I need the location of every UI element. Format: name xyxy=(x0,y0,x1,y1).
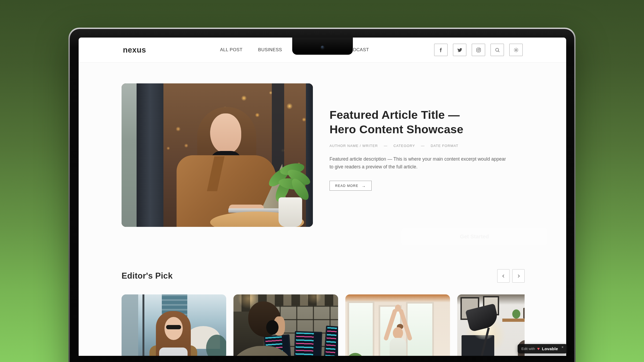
meta-category[interactable]: CATEGORY xyxy=(393,144,415,148)
editors-pick-section: Editor's Pick xyxy=(122,269,525,356)
featured-article-text: Featured Article Title — Hero Content Sh… xyxy=(313,83,508,227)
read-more-button[interactable]: READ MORE → xyxy=(330,181,372,191)
headphones xyxy=(266,320,279,335)
read-more-label: READ MORE xyxy=(335,184,358,188)
close-icon[interactable]: × xyxy=(562,345,564,349)
twitter-icon xyxy=(457,47,463,53)
featured-article-image[interactable] xyxy=(122,83,313,227)
theme-toggle-sun-icon xyxy=(513,47,519,53)
meta-author[interactable]: AUTHOR NAME / WRITER xyxy=(330,144,378,148)
featured-article-description: Featured article description — This is w… xyxy=(330,155,508,171)
webcam-icon xyxy=(321,46,324,49)
theme-toggle-button[interactable] xyxy=(509,44,523,56)
instagram-button[interactable] xyxy=(472,44,485,56)
editors-pick-card-home-office[interactable] xyxy=(457,294,525,356)
arrow-right-icon: → xyxy=(362,183,366,188)
editors-pick-card-fashion[interactable] xyxy=(122,294,226,356)
laptop-bezel: nexus ALL POST BUSINESS TECHNOLOGY PODCA… xyxy=(70,29,574,362)
meta-separator: — xyxy=(421,144,425,148)
lovable-badge[interactable]: Edit with ♥ Lovable × xyxy=(518,344,567,353)
editors-pick-card-developer[interactable] xyxy=(233,294,338,356)
sunglasses xyxy=(166,325,181,329)
editors-pick-carousel xyxy=(122,294,525,356)
site-main: Get Started xyxy=(79,62,566,356)
site-logo[interactable]: nexus xyxy=(123,46,146,54)
laptop-screen: nexus ALL POST BUSINESS TECHNOLOGY PODCA… xyxy=(79,38,566,356)
lovable-badge-prefix: Edit with xyxy=(521,347,535,351)
facebook-icon xyxy=(438,47,444,53)
header-social-buttons xyxy=(434,44,523,56)
editors-pick-heading: Editor's Pick xyxy=(122,271,173,281)
plant-pot xyxy=(279,197,302,227)
nav-item-business[interactable]: BUSINESS xyxy=(258,47,282,53)
search-icon xyxy=(495,47,500,53)
laptop-notch xyxy=(292,38,353,55)
lovable-heart-icon: ♥ xyxy=(537,347,540,351)
chevron-right-icon xyxy=(517,274,521,278)
featured-article-section: Featured Article Title — Hero Content Sh… xyxy=(122,62,525,227)
carousel-next-button[interactable] xyxy=(512,269,525,283)
chevron-left-icon xyxy=(502,274,506,278)
lovable-brand-label: Lovable xyxy=(542,346,558,351)
featured-article-meta: AUTHOR NAME / WRITER — CATEGORY — DATE F… xyxy=(330,144,508,148)
carousel-controls xyxy=(497,269,525,283)
code-monitor xyxy=(293,331,322,356)
featured-article-title[interactable]: Featured Article Title — Hero Content Sh… xyxy=(330,108,488,136)
nav-item-all-post[interactable]: ALL POST xyxy=(220,47,243,53)
instagram-icon xyxy=(476,47,481,53)
editors-pick-card-yoga[interactable] xyxy=(345,294,450,356)
meta-separator: — xyxy=(384,144,387,148)
window-frame-post xyxy=(137,83,163,227)
laptop-mockup: nexus ALL POST BUSINESS TECHNOLOGY PODCA… xyxy=(68,28,576,362)
facebook-button[interactable] xyxy=(434,44,448,56)
search-button[interactable] xyxy=(491,44,504,56)
meta-date: DATE FORMAT xyxy=(431,144,458,148)
twitter-button[interactable] xyxy=(453,44,466,56)
carousel-prev-button[interactable] xyxy=(497,269,510,283)
woman-face xyxy=(210,113,241,154)
